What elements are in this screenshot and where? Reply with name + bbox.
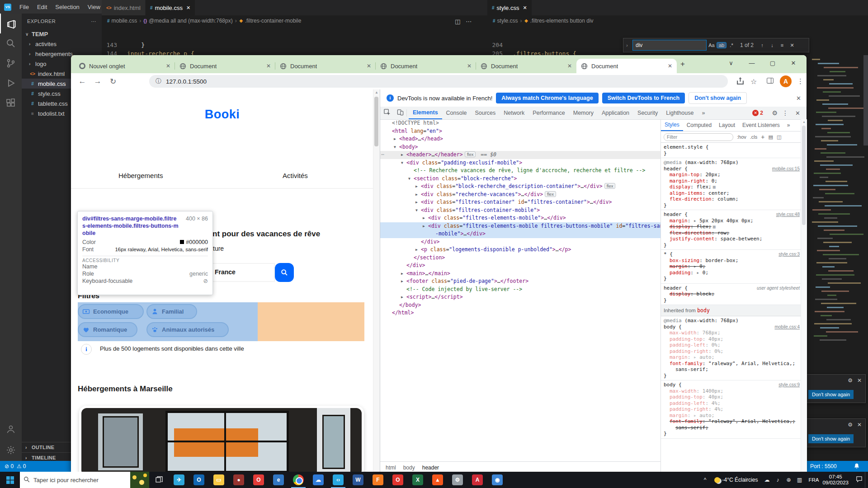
styles-tab-styles[interactable]: Styles xyxy=(661,119,683,131)
lodging-card[interactable] xyxy=(79,406,364,473)
computed-sidebar-icon[interactable]: ◫ xyxy=(777,134,781,140)
devtools-settings-icon[interactable]: ⚙ xyxy=(772,109,778,117)
chrome-taskbar-icon[interactable] xyxy=(288,472,308,488)
search-highlight-image[interactable] xyxy=(130,472,149,488)
chrome-tab-0[interactable]: Nouvel onglet✕ xyxy=(75,59,175,73)
console-error-badge[interactable]: ✕ 2 xyxy=(752,110,763,116)
styles-filter-input[interactable]: Filter xyxy=(664,133,733,141)
dom-node-16[interactable]: ▶<p class="logements-disponible p-unbold… xyxy=(380,246,660,254)
firefox-taskbar-icon[interactable]: F xyxy=(368,472,388,488)
tab-close-icon[interactable]: ✕ xyxy=(186,5,190,11)
acrobat-taskbar-icon[interactable]: A xyxy=(467,472,487,488)
taskbar-search[interactable]: Taper ici pour rechercher xyxy=(20,472,149,488)
cloud-icon[interactable]: ☁ xyxy=(761,477,772,483)
nav-hebergements[interactable]: Hébergements xyxy=(118,172,163,179)
find-close-button[interactable]: ✕ xyxy=(787,42,797,48)
account-icon[interactable] xyxy=(0,419,22,439)
extensions-icon[interactable] xyxy=(0,93,22,113)
maximize-button[interactable]: ▢ xyxy=(762,60,783,66)
dont-show-again-button[interactable]: Don't show again xyxy=(808,390,854,399)
dom-node-6[interactable]: <!-- Recherche vacances de rêve, ligne d… xyxy=(380,167,660,175)
dom-node-1[interactable]: <html lang="en"> xyxy=(380,127,660,136)
css-property[interactable]: max-width: 768px; xyxy=(664,330,800,336)
devtools-tab-security[interactable]: Security xyxy=(633,107,662,119)
whole-word-toggle[interactable]: ab xyxy=(717,42,726,48)
css-property[interactable]: padding-right: 4%; xyxy=(664,406,800,413)
menu-file[interactable]: File xyxy=(15,4,33,10)
dom-node-23[interactable]: </body> xyxy=(380,301,660,310)
dom-node-10[interactable]: ▶<div class="filtres-container" id="filt… xyxy=(380,198,660,206)
css-property[interactable]: margin: ▸ 0; xyxy=(664,263,800,270)
find-in-selection-button[interactable]: ≡ xyxy=(777,42,787,48)
dom-crumb-html[interactable]: html xyxy=(386,465,396,471)
banner-close-icon[interactable]: ✕ xyxy=(796,95,801,102)
dom-node-4[interactable]: ⋯▶<header>…</header>flex == $0 xyxy=(380,151,660,159)
inspect-element-icon[interactable] xyxy=(380,109,394,117)
find-input[interactable]: div xyxy=(632,40,707,51)
dom-node-0[interactable]: <!DOCTYPE html> xyxy=(380,119,660,127)
clock[interactable]: 07:4509/02/2023 xyxy=(822,474,849,486)
telegram-taskbar-icon[interactable]: ✈ xyxy=(169,472,189,488)
devtools-tab-lighthouse[interactable]: Lighthouse xyxy=(662,107,698,119)
dom-node-12[interactable]: ▶<div class="filtres-elements-mobile">…<… xyxy=(380,214,660,222)
edge-taskbar-icon[interactable]: e xyxy=(269,472,288,488)
dom-node-19[interactable]: ▶<main>…</main> xyxy=(380,270,660,278)
chrome-tab-4[interactable]: Document✕ xyxy=(476,59,576,73)
tab-close-icon[interactable]: ✕ xyxy=(523,5,527,11)
css-property[interactable]: padding-top: 40px; xyxy=(664,336,800,343)
forward-button[interactable]: → xyxy=(90,77,105,86)
opera-gx-taskbar-icon[interactable]: ● xyxy=(229,472,249,488)
css-property[interactable]: display: block; xyxy=(664,291,800,297)
opera-taskbar-icon[interactable]: O xyxy=(249,472,269,488)
dom-node-9[interactable]: ▶<div class="recherche-vacances">…</div>… xyxy=(380,191,660,199)
devtools-tab-network[interactable]: Network xyxy=(500,107,528,119)
file-activites[interactable]: ›activites xyxy=(22,39,102,49)
notifications-bell-icon[interactable] xyxy=(854,463,860,470)
dom-node-8[interactable]: ▶<div class="block-recherche_description… xyxy=(380,183,660,191)
hov-toggle[interactable]: :hov xyxy=(737,134,746,140)
editor-more-icon[interactable]: ⋯ xyxy=(466,18,472,25)
css-property[interactable]: font-family: "raleway", Arial, Helvetica… xyxy=(664,361,800,367)
breadcrumb-item[interactable]: {}@media all and (max-width:768px) xyxy=(143,18,232,24)
breadcrumb-item[interactable]: ❖.filtres-container-mobile xyxy=(239,18,302,24)
tab-search-chevron[interactable]: ∨ xyxy=(721,60,741,66)
split-editor-icon[interactable]: ◫ xyxy=(455,18,460,25)
devtools-menu-icon[interactable]: ⋮ xyxy=(782,109,788,117)
banner-match-language-button[interactable]: Always match Chrome's language xyxy=(496,93,598,103)
devtools-tab-elements[interactable]: Elements xyxy=(409,107,442,119)
address-bar[interactable]: ⓘ 127.0.0.1:5500 xyxy=(149,75,728,88)
cls-toggle[interactable]: .cls xyxy=(750,134,758,140)
new-style-rule-button[interactable]: + xyxy=(761,133,764,141)
dom-crumb-header[interactable]: header xyxy=(422,465,439,471)
minimize-button[interactable]: — xyxy=(741,60,762,66)
editor-scrollbar[interactable] xyxy=(863,55,868,145)
css-property[interactable]: padding-right: 0%; xyxy=(664,348,800,355)
css-property[interactable]: flex-direction: column; xyxy=(664,196,800,202)
css-property[interactable]: box-sizing: border-box; xyxy=(664,258,800,264)
css-property[interactable]: margin: ▸ 5px 20px 40px 0px; xyxy=(664,218,800,224)
editor-tab-mobile-css[interactable]: #mobile.css✕ xyxy=(146,0,195,15)
settings-taskbar-icon[interactable]: ⚙ xyxy=(448,472,467,488)
search-icon[interactable] xyxy=(0,33,22,53)
banner-dont-show-button[interactable]: Don't show again xyxy=(689,92,747,104)
notification-gear-icon[interactable]: ⚙ xyxy=(848,377,853,384)
css-source-link[interactable]: mobile.css:4 xyxy=(774,324,800,330)
word-taskbar-icon[interactable]: W xyxy=(348,472,368,488)
breadcrumb-item[interactable]: #mobile.css xyxy=(107,18,137,24)
run-debug-icon[interactable] xyxy=(0,73,22,93)
find-previous-button[interactable]: ↑ xyxy=(757,42,767,48)
dom-node-7[interactable]: ▼<section class="block-recherche"> xyxy=(380,175,660,183)
onedrive-taskbar-icon[interactable]: ☁ xyxy=(308,472,328,488)
settings-icon[interactable] xyxy=(0,440,22,460)
back-button[interactable]: ← xyxy=(75,77,90,86)
chrome-tab-1[interactable]: Document✕ xyxy=(175,59,275,73)
dom-node-3[interactable]: ▼<body> xyxy=(380,143,660,151)
notification-close-icon-2[interactable]: ✕ xyxy=(857,422,862,428)
css-property[interactable]: padding-left: 4%; xyxy=(664,400,800,407)
chrome-menu-icon[interactable]: ⋮ xyxy=(797,77,804,85)
css-property[interactable]: font-family: "raleway", Arial, Helvetica… xyxy=(664,418,800,425)
css-property[interactable]: sans-serif; xyxy=(664,366,800,373)
devtools-close-icon[interactable]: ✕ xyxy=(795,110,800,117)
tab-close-icon[interactable]: ✕ xyxy=(467,63,472,69)
side-panel-icon[interactable] xyxy=(766,77,774,86)
